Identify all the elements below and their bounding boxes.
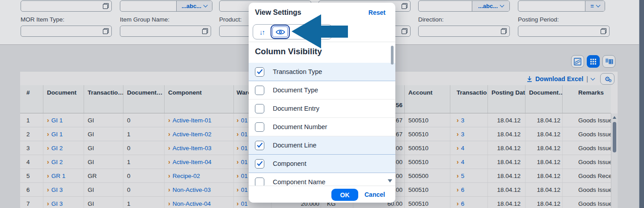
column-visibility-item-label: Document Entry xyxy=(273,105,319,112)
column-visibility-item[interactable]: Document Number xyxy=(249,118,395,136)
column-visibility-item-label: Document Line xyxy=(273,142,317,149)
checkbox[interactable] xyxy=(255,178,264,186)
sort-tab-button[interactable]: ↓↑ xyxy=(253,25,271,39)
eye-icon xyxy=(275,29,285,35)
sort-icon: ↓↑ xyxy=(259,28,264,36)
checkbox[interactable] xyxy=(255,104,264,113)
reset-button[interactable]: Reset xyxy=(369,9,386,16)
checkbox[interactable] xyxy=(255,67,264,77)
check-icon xyxy=(257,143,263,148)
checkbox[interactable] xyxy=(255,86,264,95)
column-visibility-list: Transaction TypeDocument TypeDocument En… xyxy=(249,63,395,186)
column-visibility-item[interactable]: Document Type xyxy=(249,81,395,100)
scroll-down-icon[interactable] xyxy=(388,179,392,182)
dialog-footer: OK Cancel xyxy=(249,186,395,203)
check-icon xyxy=(257,69,263,74)
column-visibility-item-label: Component Name xyxy=(273,178,326,186)
check-icon xyxy=(257,161,263,166)
checkbox[interactable] xyxy=(255,122,264,132)
cancel-button[interactable]: Cancel xyxy=(364,189,385,201)
column-visibility-item[interactable]: Document Entry xyxy=(249,100,395,118)
column-visibility-item[interactable]: Transaction Type xyxy=(249,63,395,81)
column-visibility-item[interactable]: Document Line xyxy=(249,136,395,155)
column-visibility-item-label: Component xyxy=(273,160,306,167)
column-visibility-item[interactable]: Component Name xyxy=(249,173,395,186)
column-visibility-item-label: Document Type xyxy=(273,87,318,94)
checkbox[interactable] xyxy=(255,159,264,169)
column-visibility-item[interactable]: Component xyxy=(249,155,395,173)
column-visibility-item-label: Document Number xyxy=(273,123,327,130)
annotation-arrow xyxy=(286,9,349,50)
dialog-scrollbar-thumb[interactable] xyxy=(391,46,394,65)
ok-button[interactable]: OK xyxy=(331,189,358,201)
screen: ...abc... ...abc... = MOR Item Type: Ite… xyxy=(0,0,644,208)
column-visibility-item-label: Transaction Type xyxy=(273,68,322,75)
checkbox[interactable] xyxy=(255,141,264,150)
